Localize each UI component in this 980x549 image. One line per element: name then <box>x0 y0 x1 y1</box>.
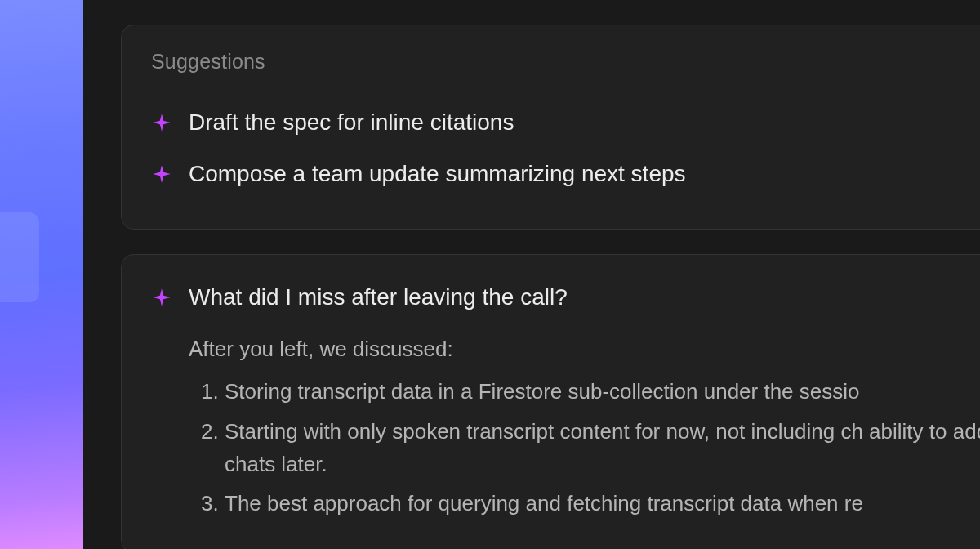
qa-answer-body: After you left, we discussed: Storing tr… <box>189 333 980 523</box>
sparkle-icon <box>151 287 172 308</box>
list-item: Starting with only spoken transcript con… <box>225 412 980 484</box>
sidebar-gradient <box>0 0 88 549</box>
sparkle-icon <box>151 163 172 185</box>
qa-answer-list: Storing transcript data in a Firestore s… <box>189 372 980 523</box>
main-content: Suggestions Draft the spec for inline ci… <box>88 0 980 549</box>
suggestions-heading: Suggestions <box>151 50 980 74</box>
qa-question-row: What did I miss after leaving the call? <box>151 283 980 311</box>
suggestion-item[interactable]: Draft the spec for inline citations <box>151 96 980 148</box>
suggestion-item[interactable]: Compose a team update summarizing next s… <box>151 148 980 199</box>
sparkle-icon <box>151 112 172 133</box>
app-viewport: Suggestions Draft the spec for inline ci… <box>0 0 980 549</box>
qa-panel: What did I miss after leaving the call? … <box>121 254 980 549</box>
qa-question-text: What did I miss after leaving the call? <box>189 283 568 311</box>
sidebar-bump-decor <box>0 212 39 302</box>
list-item: Storing transcript data in a Firestore s… <box>225 372 980 411</box>
suggestion-label: Compose a team update summarizing next s… <box>189 159 686 188</box>
suggestion-label: Draft the spec for inline citations <box>189 108 514 136</box>
list-item: The best approach for querying and fetch… <box>225 484 980 523</box>
qa-lead-text: After you left, we discussed: <box>189 333 980 365</box>
suggestions-panel: Suggestions Draft the spec for inline ci… <box>121 25 980 230</box>
